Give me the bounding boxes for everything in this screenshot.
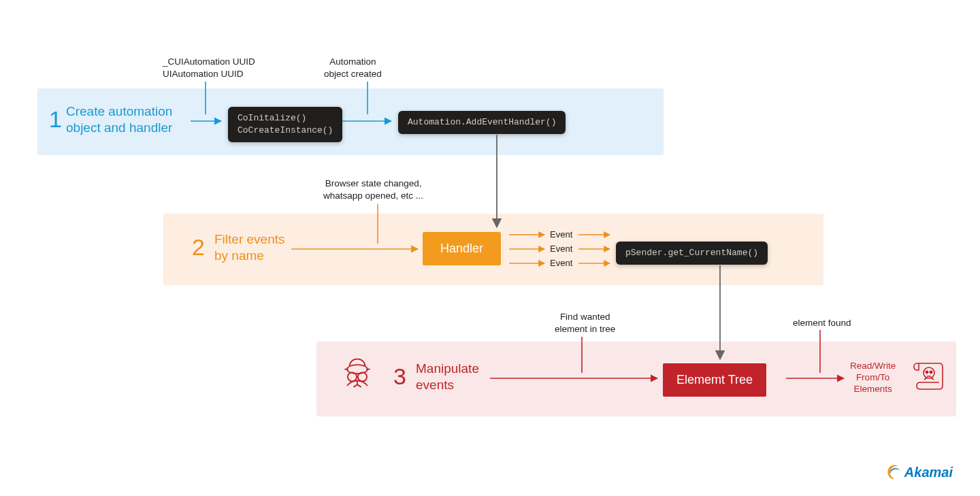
elementtree-box: Elememt Tree — [663, 363, 766, 397]
step1-number: 1 — [49, 106, 62, 133]
brand-name: Akamai — [904, 465, 953, 480]
action-readwrite: Read/Write From/To Elements — [850, 361, 896, 395]
step3-number: 3 — [393, 363, 406, 390]
note-found: element found — [793, 317, 851, 329]
handler-box: Handler — [423, 232, 501, 265]
note-uuid: _CUIAutomation UUID UIAutomation UUID — [163, 56, 255, 80]
event-label-3: Event — [550, 258, 572, 268]
code-getcurrentname: pSender.get_CurrentName() — [616, 242, 768, 265]
note-browser: Browser state changed, whatsapp opened, … — [323, 178, 423, 201]
note-find: Find wanted element in tree — [555, 311, 615, 335]
code-addhandler: Automation.AddEventHandler() — [398, 111, 566, 134]
event-label-2: Event — [550, 244, 572, 254]
brand-logo: Akamai — [885, 463, 953, 481]
step1-title: Create automation object and handler — [66, 103, 172, 136]
akamai-wave-icon — [885, 463, 903, 481]
step3-title: Manipulate events — [416, 361, 479, 393]
spy-icon — [337, 355, 378, 399]
svg-point-4 — [926, 371, 928, 373]
svg-point-5 — [930, 371, 932, 373]
code-init: CoInitalize() CoCreateInstance() — [228, 107, 342, 142]
scroll-skull-icon — [912, 358, 946, 396]
step2-number: 2 — [192, 234, 205, 261]
event-label-1: Event — [550, 229, 572, 239]
note-created: Automation object created — [324, 56, 382, 80]
step2-title: Filter events by name — [214, 231, 284, 264]
